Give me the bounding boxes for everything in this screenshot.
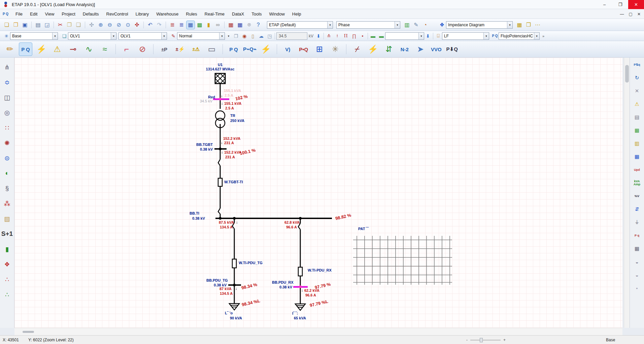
star-coordination-icon[interactable]: ⌐	[120, 43, 133, 56]
rerun-study-icon[interactable]: ↻	[632, 73, 642, 82]
cost-b-icon[interactable]: ▬	[378, 32, 385, 40]
node-icon[interactable]: •	[359, 32, 366, 40]
zoom-slider-thumb[interactable]	[480, 338, 483, 342]
zoom-slider[interactable]	[470, 340, 501, 341]
short-circuit-icon[interactable]: ⚡	[35, 43, 48, 56]
zoom-in-icon[interactable]: ⊕	[97, 21, 105, 29]
study-wizard-icon[interactable]: ▥	[632, 139, 642, 148]
gis-map-icon[interactable]: ▧	[2, 214, 12, 223]
edit-mode-icon[interactable]: ✏	[3, 43, 16, 56]
theme-colors-icon[interactable]: ▩	[196, 21, 204, 29]
apply-down2-icon[interactable]: ⬇	[424, 32, 432, 40]
vertical-scroll-thumb[interactable]	[625, 65, 629, 83]
column-icon[interactable]: ▯	[249, 32, 257, 40]
hyperlink-icon[interactable]: ∞	[214, 21, 222, 29]
report-manager-icon[interactable]: ▤	[632, 113, 642, 122]
mdi-window-button--[interactable]: ✕	[637, 12, 641, 17]
zoom-previous-icon[interactable]: ⊘	[115, 21, 123, 29]
pq-display-icon[interactable]: P q	[632, 231, 642, 240]
presentation2-combo[interactable]: OLV1 ▾	[118, 32, 167, 40]
new-file-icon[interactable]: ❏	[3, 21, 11, 29]
study-mode-combo[interactable]: LF ▾	[442, 32, 489, 40]
menu-item-project[interactable]: Project	[58, 10, 79, 18]
network-reduction-icon[interactable]: ⊞	[313, 43, 326, 56]
zoom-out-button[interactable]: -	[466, 338, 468, 342]
cable-label[interactable]: W.TI-PDU_RX	[308, 268, 332, 272]
horizontal-scrollbar[interactable]	[14, 328, 622, 335]
select-region-icon[interactable]: ◳	[266, 32, 273, 40]
datablock-table-icon[interactable]: ▦	[515, 21, 523, 29]
instrumentation-icon[interactable]: ◎	[2, 108, 12, 117]
config-star-icon[interactable]: ✳	[3, 32, 10, 40]
voltage-check-icon[interactable]: %V	[632, 192, 642, 200]
horizontal-scroll-thumb[interactable]	[23, 331, 34, 333]
dot-icon[interactable]: •	[632, 284, 642, 292]
alert-view-icon[interactable]: ⚠	[632, 100, 642, 108]
menu-item-defaults[interactable]: Defaults	[79, 10, 103, 18]
comment-icon[interactable]: ⋯	[534, 21, 542, 29]
color-bars-icon[interactable]: ▥	[403, 21, 411, 29]
panel-systems-icon[interactable]: ∷	[2, 123, 12, 132]
arc-flash-icon[interactable]: ⚠	[51, 43, 64, 56]
cut-icon[interactable]: ✂	[56, 21, 64, 29]
menu-item-tools[interactable]: Tools	[248, 10, 265, 18]
undo-icon[interactable]: ↶	[146, 21, 154, 29]
calculator-blue-icon[interactable]: ▦	[236, 21, 244, 29]
pq-capability-icon[interactable]: P•Q	[297, 43, 310, 56]
load-flow-icon[interactable]: P Q	[19, 43, 32, 56]
cable-systems-icon[interactable]: ✺	[2, 138, 12, 148]
unbalanced-load-flow-icon[interactable]: P Q	[227, 43, 240, 56]
print-preview-icon[interactable]: ◲	[43, 21, 51, 29]
save-icon[interactable]: ▣	[21, 21, 29, 29]
vertical-scrollbar[interactable]	[624, 58, 630, 328]
load-label[interactable]: L‾ ’o	[225, 311, 233, 315]
xfmr-phase-icon[interactable]: ⍿	[334, 32, 341, 40]
theme-combo[interactable]: ETAP (Default) ▾	[267, 21, 333, 29]
presentation-combo[interactable]: OLV1 ▾	[68, 32, 116, 40]
display-options-combo[interactable]: Normal ▾	[177, 32, 225, 40]
volt-var-optimization-icon[interactable]: VVO	[430, 43, 443, 56]
datablock-view-icon[interactable]: ▦	[632, 244, 642, 253]
close-button[interactable]: ✕	[628, 0, 644, 9]
voltage-stability-icon[interactable]: V)	[281, 43, 294, 56]
gantry-b-icon[interactable]: ∏	[350, 32, 358, 40]
battery-sizing-icon[interactable]: ▭	[205, 43, 218, 56]
pin-a-icon[interactable]: ◒	[632, 257, 642, 266]
mdi-window-button--[interactable]: ▢	[629, 12, 633, 17]
annotation-red-icon[interactable]: ≣	[168, 21, 176, 29]
s1-datablock-icon[interactable]: S+1	[1, 229, 13, 239]
copy-icon[interactable]: ❐	[65, 21, 73, 29]
kv-input[interactable]: 34.5	[276, 32, 307, 40]
bus-label[interactable]: BB.PDU_RX	[272, 280, 292, 284]
datablock-green-icon[interactable]: ▮	[2, 244, 12, 254]
copy-presentation-icon[interactable]: ❐	[232, 32, 240, 40]
ground-icon[interactable]: ⏚	[632, 218, 642, 227]
display-options-pen-icon[interactable]: ✎	[170, 32, 177, 40]
system-dumpster-icon[interactable]: ⋔	[2, 62, 12, 72]
database-icon[interactable]: ◉	[241, 32, 248, 40]
menu-item-window[interactable]: Window	[266, 10, 289, 18]
mdi-window-button--[interactable]: —	[620, 12, 624, 17]
update-icon[interactable]: Upd	[632, 165, 642, 174]
grid-display-icon[interactable]: ▦	[187, 21, 195, 29]
motor-acceleration-icon[interactable]: ⊸	[67, 43, 79, 56]
losses-icon[interactable]: ⇵	[632, 205, 642, 214]
presentation-layers-icon[interactable]: ❏	[61, 32, 68, 40]
bus-label[interactable]: Red	[202, 95, 215, 99]
pq-result-icon[interactable]: P⇅q	[632, 60, 642, 69]
menu-item-library[interactable]: Library	[132, 10, 153, 18]
menu-item-datax[interactable]: DataX	[228, 10, 248, 18]
ground-fault-icon[interactable]: ⚡	[260, 43, 272, 56]
empty-combo[interactable]: ▾	[385, 32, 424, 40]
train-sim-icon[interactable]: ➤	[414, 43, 427, 56]
red-dots-icon[interactable]: ∴	[2, 275, 12, 284]
menu-item-rules[interactable]: Rules	[182, 10, 201, 18]
color-picker-icon[interactable]: ✎	[412, 21, 420, 29]
bus-label[interactable]: BB.PDU_TG	[206, 278, 227, 282]
harmonics-icon[interactable]: ∿	[82, 43, 95, 56]
cost-a-icon[interactable]: ▬	[369, 32, 377, 40]
transient-stability-icon[interactable]: ≈	[98, 43, 111, 56]
redo-icon[interactable]: ↷	[155, 21, 163, 29]
menu-item-help[interactable]: Help	[289, 10, 305, 18]
load-label[interactable]: I‾ ‾:	[292, 311, 298, 315]
